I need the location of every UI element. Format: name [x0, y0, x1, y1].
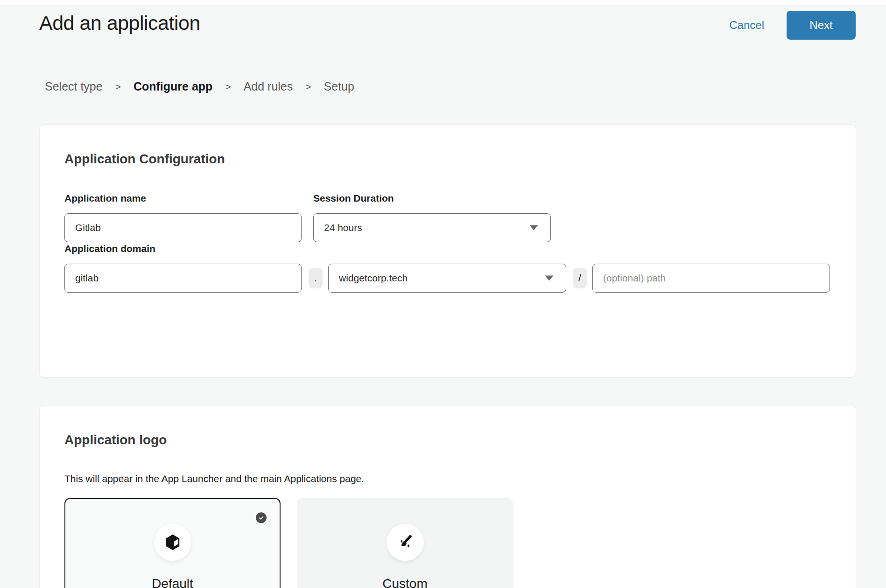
name-session-row: Application name Session Duration 24 hou… [64, 192, 831, 242]
logo-option-tiles: Default Custom [64, 498, 831, 588]
path-input[interactable] [592, 264, 830, 293]
domain-select-value: widgetcorp.tech [339, 273, 408, 284]
check-icon [258, 515, 264, 521]
application-name-field: Application name [64, 192, 302, 242]
application-logo-description: This will appear in the App Launcher and… [64, 472, 831, 485]
session-duration-label: Session Duration [313, 192, 551, 204]
top-strip [0, 0, 886, 5]
domain-slash-separator: / [573, 268, 587, 288]
custom-logo-circle [387, 524, 424, 561]
domain-select[interactable]: widgetcorp.tech [328, 264, 566, 293]
application-logo-card: Application logo This will appear in the… [39, 405, 856, 588]
application-name-input[interactable] [64, 213, 302, 242]
session-duration-field: Session Duration 24 hours [313, 192, 551, 242]
default-logo-circle [154, 524, 191, 561]
page-title: Add an application [39, 11, 200, 35]
paintbrush-icon [396, 533, 415, 552]
domain-dot-separator: . [309, 268, 323, 288]
breadcrumb-step-select-type[interactable]: Select type [45, 79, 103, 94]
selected-check-badge [256, 512, 267, 523]
logo-option-default[interactable]: Default [64, 498, 281, 588]
logo-option-label: Default [152, 576, 193, 588]
application-domain-label: Application domain [64, 243, 155, 254]
breadcrumb: Select type > Configure app > Add rules … [45, 79, 886, 94]
application-domain-row: . widgetcorp.tech / [64, 264, 831, 293]
chevron-down-icon [529, 225, 538, 231]
logo-option-custom[interactable]: Custom [297, 498, 513, 588]
application-configuration-card: Application Configuration Application na… [39, 124, 856, 378]
session-duration-value: 24 hours [324, 222, 362, 233]
logo-option-label: Custom [382, 576, 427, 588]
next-button[interactable]: Next [787, 11, 856, 40]
session-duration-select[interactable]: 24 hours [313, 213, 551, 242]
breadcrumb-separator: > [305, 79, 311, 94]
cube-icon [164, 533, 182, 551]
breadcrumb-step-setup[interactable]: Setup [324, 79, 354, 94]
breadcrumb-separator: > [225, 79, 231, 94]
breadcrumb-step-configure-app[interactable]: Configure app [134, 79, 212, 94]
application-name-label: Application name [64, 192, 302, 204]
header-actions: Cancel Next [729, 11, 856, 40]
breadcrumb-separator: > [115, 79, 121, 94]
cancel-button[interactable]: Cancel [729, 19, 764, 32]
application-configuration-heading: Application Configuration [64, 151, 831, 168]
application-logo-heading: Application logo [64, 432, 831, 448]
subdomain-input[interactable] [64, 264, 302, 293]
page-header: Add an application Cancel Next [0, 5, 886, 40]
chevron-down-icon [545, 275, 554, 281]
breadcrumb-step-add-rules[interactable]: Add rules [244, 79, 293, 94]
